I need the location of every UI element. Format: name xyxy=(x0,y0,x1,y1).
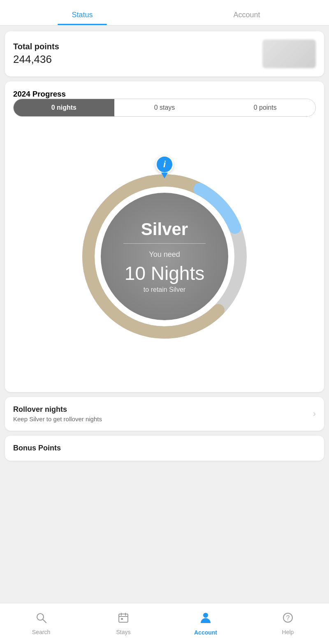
nav-help-label: Help xyxy=(282,629,294,635)
search-icon xyxy=(35,612,47,626)
total-points-value: 244,436 xyxy=(13,53,59,66)
nav-search-label: Search xyxy=(32,629,50,635)
top-tabs: Status Account xyxy=(0,0,329,25)
donut-container: i Silver You need 10 Night xyxy=(78,170,251,343)
total-points-title: Total points xyxy=(13,42,59,51)
rollover-card[interactable]: Rollover nights Keep Silver to get rollo… xyxy=(5,397,324,431)
main-content: Total points 244,436 2024 Progress 0 nig… xyxy=(0,25,329,517)
donut-inner: Silver You need 10 Nights to retain Silv… xyxy=(101,193,228,320)
chevron-right-icon: › xyxy=(313,409,316,419)
chart-wrapper: i Silver You need 10 Night xyxy=(13,129,316,384)
svg-line-4 xyxy=(43,619,46,623)
rollover-description: Keep Silver to get rollover nights xyxy=(13,415,102,422)
svg-rect-5 xyxy=(119,614,128,622)
info-icon[interactable]: i xyxy=(155,155,174,173)
svg-text:?: ? xyxy=(286,614,290,621)
segment-points[interactable]: 0 points xyxy=(215,99,315,116)
total-points-text: Total points 244,436 xyxy=(13,42,59,66)
segment-nights[interactable]: 0 nights xyxy=(14,99,114,116)
rollover-text: Rollover nights Keep Silver to get rollo… xyxy=(13,405,102,422)
nav-stays[interactable]: Stays xyxy=(82,603,164,644)
divider-line xyxy=(123,243,206,244)
retain-text: to retain Silver xyxy=(144,286,185,293)
rollover-title: Rollover nights xyxy=(13,405,102,414)
bottom-nav: Search Stays Account ? xyxy=(0,603,329,644)
help-icon: ? xyxy=(282,612,294,626)
person-icon xyxy=(200,612,211,627)
bonus-points-title: Bonus Points xyxy=(13,444,316,452)
pin-tail xyxy=(161,173,168,178)
nav-account[interactable]: Account xyxy=(164,603,247,644)
nav-stays-label: Stays xyxy=(116,629,130,635)
segment-control: 0 nights 0 stays 0 points xyxy=(13,99,316,117)
svg-point-10 xyxy=(203,613,208,618)
nav-account-label: Account xyxy=(194,629,217,636)
nights-count: 10 Nights xyxy=(125,262,204,284)
total-points-card: Total points 244,436 xyxy=(5,31,324,76)
info-pin[interactable]: i xyxy=(155,155,174,178)
tab-status[interactable]: Status xyxy=(0,4,164,25)
progress-title: 2024 Progress xyxy=(13,90,316,99)
tier-name: Silver xyxy=(141,219,188,239)
calendar-icon xyxy=(118,612,129,626)
segment-stays[interactable]: 0 stays xyxy=(114,99,215,116)
points-image xyxy=(262,39,316,68)
tab-account[interactable]: Account xyxy=(164,4,329,25)
svg-rect-9 xyxy=(121,618,123,620)
progress-card: 2024 Progress 0 nights 0 stays 0 points … xyxy=(5,81,324,392)
bonus-points-card: Bonus Points xyxy=(5,436,324,461)
nav-search[interactable]: Search xyxy=(0,603,82,644)
nav-help[interactable]: ? Help xyxy=(247,603,329,644)
you-need-text: You need xyxy=(149,250,180,259)
